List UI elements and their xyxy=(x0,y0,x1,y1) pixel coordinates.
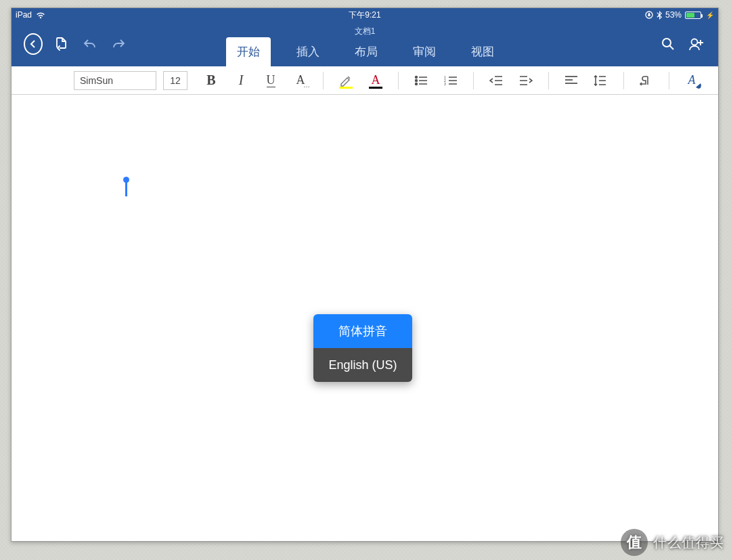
svg-point-4 xyxy=(416,79,418,81)
underline-label: U xyxy=(267,74,275,87)
tab-insert[interactable]: 插入 xyxy=(287,37,329,66)
tab-layout[interactable]: 布局 xyxy=(345,37,387,66)
wifi-icon xyxy=(36,12,45,19)
font-size-select[interactable]: 12 xyxy=(163,71,187,90)
ime-option-english[interactable]: English (US) xyxy=(313,348,412,382)
device-label: iPad xyxy=(16,10,32,20)
ipad-screen: iPad 下午9:21 53% ⚡ 文档1 xyxy=(11,7,719,542)
app-title-bar: 文档1 开始 插入 布局 xyxy=(12,22,718,66)
align-left-button[interactable] xyxy=(560,70,583,91)
text-cursor xyxy=(125,179,127,196)
font-color-swatch xyxy=(369,87,382,89)
styles-button[interactable]: A xyxy=(680,70,703,91)
indent-button[interactable] xyxy=(514,70,537,91)
outdent-button[interactable] xyxy=(485,70,508,91)
svg-point-5 xyxy=(416,83,418,85)
bullet-list-button[interactable] xyxy=(409,70,433,91)
numbered-list-button[interactable]: 123 xyxy=(439,70,462,91)
ios-status-bar: iPad 下午9:21 53% ⚡ xyxy=(12,8,718,22)
highlight-color-swatch xyxy=(339,87,353,89)
separator xyxy=(548,72,549,89)
ime-language-popup: 简体拼音 English (US) xyxy=(313,314,412,382)
highlight-button[interactable] xyxy=(334,70,357,91)
ellipsis-icon: … xyxy=(303,81,310,89)
separator xyxy=(623,72,624,89)
ribbon-tabs: 开始 插入 布局 审阅 视图 xyxy=(12,37,718,66)
status-time: 下午9:21 xyxy=(12,9,718,21)
charging-icon: ⚡ xyxy=(706,12,714,19)
line-spacing-button[interactable] xyxy=(590,70,613,91)
separator xyxy=(398,72,399,89)
svg-point-3 xyxy=(416,76,418,78)
separator xyxy=(323,72,324,89)
battery-icon xyxy=(685,12,701,19)
font-color-label: A xyxy=(372,73,380,87)
underline-button[interactable]: U xyxy=(259,70,282,91)
ribbon-toolbar: SimSun 12 B I U A … A 123 xyxy=(12,66,718,95)
tab-start[interactable]: 开始 xyxy=(226,37,271,66)
font-color-button[interactable]: A xyxy=(364,70,387,91)
svg-text:3: 3 xyxy=(444,82,446,86)
tab-view[interactable]: 视图 xyxy=(462,37,504,66)
separator xyxy=(473,72,474,89)
bluetooth-icon xyxy=(657,11,662,20)
document-canvas[interactable]: 简体拼音 English (US) xyxy=(12,95,718,541)
styles-label: A xyxy=(688,73,696,87)
battery-pct: 53% xyxy=(665,10,682,20)
orientation-lock-icon xyxy=(645,11,653,19)
bold-button[interactable]: B xyxy=(200,70,223,91)
separator xyxy=(669,72,669,89)
tab-review[interactable]: 审阅 xyxy=(403,37,445,66)
paragraph-options-button[interactable] xyxy=(635,70,658,91)
font-options-button[interactable]: A … xyxy=(289,70,312,91)
font-name-select[interactable]: SimSun xyxy=(74,71,156,90)
italic-button[interactable]: I xyxy=(229,70,252,91)
ime-option-pinyin[interactable]: 简体拼音 xyxy=(313,314,412,348)
